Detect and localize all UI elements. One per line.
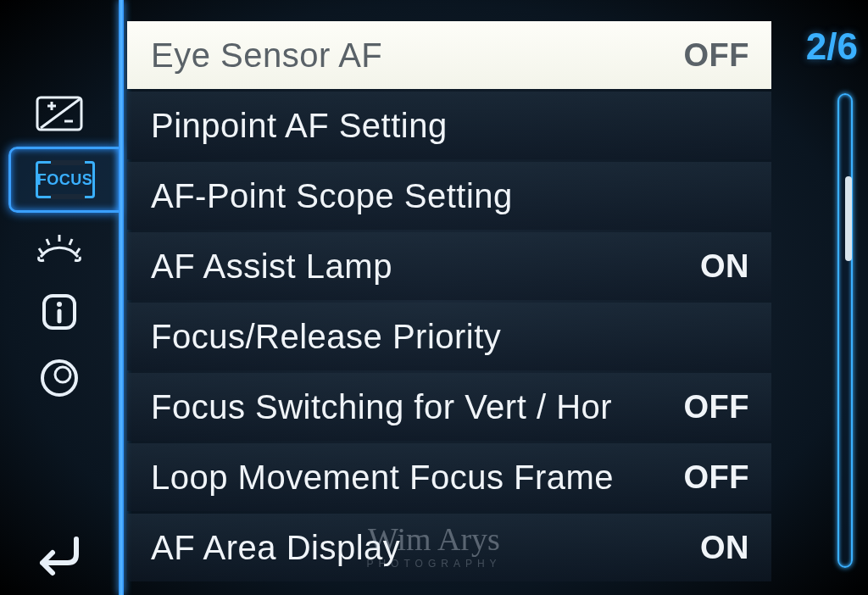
menu-list: Eye Sensor AF OFF Pinpoint AF Setting AF… <box>127 21 771 584</box>
sidebar-tab-info[interactable] <box>0 279 119 345</box>
svg-point-13 <box>42 361 76 395</box>
menu-item-value: ON <box>700 530 749 566</box>
menu-item-value: OFF <box>684 459 749 496</box>
sidebar-tabs: FOCUS <box>0 0 119 595</box>
menu-item-loop-movement-focus-frame[interactable]: Loop Movement Focus Frame OFF <box>127 443 771 511</box>
sidebar-divider <box>119 0 124 595</box>
menu-item-label: Loop Movement Focus Frame <box>151 459 614 497</box>
menu-item-value: OFF <box>684 389 749 425</box>
menu-item-value: OFF <box>684 37 749 74</box>
page-counter: 2/6 <box>806 25 858 68</box>
sidebar-tab-exposure[interactable] <box>0 81 119 147</box>
menu-item-label: AF Area Display <box>151 529 400 567</box>
svg-line-8 <box>70 239 72 245</box>
focus-icon-label: FOCUS <box>37 171 93 189</box>
svg-point-14 <box>55 367 70 382</box>
gear-dial-icon <box>32 223 86 269</box>
scrollbar-thumb[interactable] <box>845 176 852 261</box>
back-button[interactable] <box>0 519 119 587</box>
svg-point-11 <box>57 302 62 307</box>
svg-line-5 <box>39 248 42 253</box>
menu-item-label: AF Assist Lamp <box>151 247 392 286</box>
sidebar-tab-gear[interactable] <box>0 213 119 279</box>
menu-item-focus-release-priority[interactable]: Focus/Release Priority <box>127 303 771 370</box>
menu-item-label: Focus Switching for Vert / Hor <box>151 388 612 426</box>
menu-item-eye-sensor-af[interactable]: Eye Sensor AF OFF <box>127 21 771 89</box>
menu-item-af-area-display[interactable]: AF Area Display ON <box>127 514 771 581</box>
back-arrow-icon <box>25 527 93 578</box>
info-icon <box>32 289 86 335</box>
menu-item-label: Eye Sensor AF <box>151 36 382 75</box>
menu-item-pinpoint-af-setting[interactable]: Pinpoint AF Setting <box>127 92 771 159</box>
menu-item-focus-switching-vert-hor[interactable]: Focus Switching for Vert / Hor OFF <box>127 373 771 441</box>
svg-line-1 <box>41 99 80 128</box>
scrollbar[interactable] <box>837 93 853 568</box>
exposure-comp-icon <box>32 91 86 136</box>
focus-icon: FOCUS <box>36 161 95 198</box>
menu-item-label: Pinpoint AF Setting <box>151 107 448 145</box>
menu-item-label: Focus/Release Priority <box>151 318 501 356</box>
menu-item-af-point-scope-setting[interactable]: AF-Point Scope Setting <box>127 162 771 230</box>
sidebar-tab-focus[interactable]: FOCUS <box>8 147 119 213</box>
sidebar-tab-lens[interactable] <box>0 345 119 411</box>
menu-item-value: ON <box>700 248 749 285</box>
menu-item-label: AF-Point Scope Setting <box>151 177 513 215</box>
svg-line-9 <box>76 248 80 253</box>
svg-line-6 <box>47 239 49 245</box>
menu-item-af-assist-lamp[interactable]: AF Assist Lamp ON <box>127 232 771 300</box>
lens-icon <box>32 355 86 401</box>
